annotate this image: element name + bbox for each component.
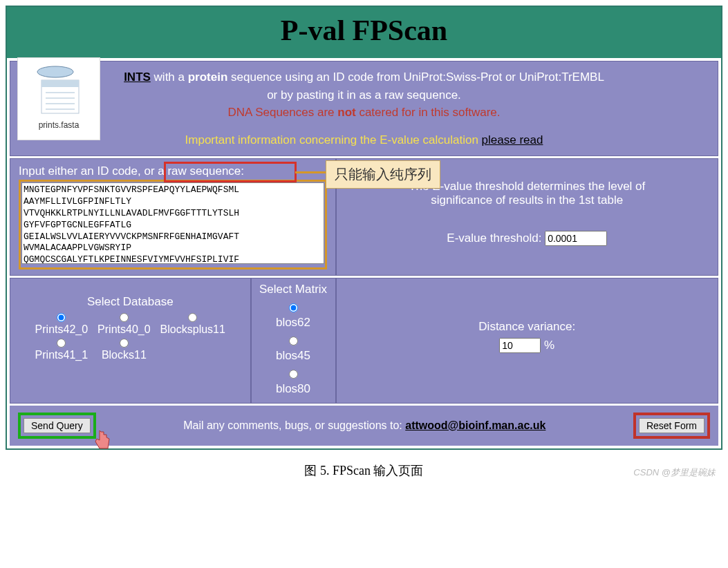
matrix-radio-blos80[interactable] bbox=[289, 370, 298, 379]
please-read-link[interactable]: please read bbox=[482, 133, 543, 146]
dna-warning: DNA Sequences are not catered for in thi… bbox=[20, 104, 708, 122]
page-title: P-val FPScan bbox=[7, 14, 721, 47]
notepad-file-overlay: prints.fasta bbox=[17, 57, 100, 140]
distance-label: Distance variance: bbox=[345, 320, 710, 334]
intro-line-2: or by pasting it in as a raw sequence. bbox=[20, 86, 708, 104]
header-bar: P-val FPScan bbox=[7, 7, 721, 58]
distance-input[interactable] bbox=[499, 338, 541, 353]
db-radio-prints41[interactable] bbox=[57, 339, 66, 348]
prints-link[interactable]: INTS bbox=[124, 70, 151, 84]
input-prompt: Input either an ID code, or a raw sequen… bbox=[19, 164, 327, 178]
db-label-0: Prints42_0 bbox=[35, 323, 88, 336]
distance-cell: Distance variance: % bbox=[336, 278, 719, 404]
db-radio-prints40[interactable] bbox=[120, 313, 129, 322]
footer-mail: Mail any comments, bugs, or suggestions … bbox=[96, 419, 633, 432]
db-label-2: Blocksplus11 bbox=[160, 323, 225, 336]
evalue-label: E-value threshold: bbox=[447, 231, 541, 245]
options-row: Select Database Prints42_0 Prints40_0 Bl… bbox=[10, 276, 718, 404]
sequence-input-cell: Input either an ID code, or a raw sequen… bbox=[10, 158, 336, 276]
intro-line-1: INTS with a protein sequence using an ID… bbox=[20, 68, 708, 86]
evalue-input[interactable] bbox=[545, 231, 607, 246]
callout-connector bbox=[295, 171, 326, 173]
notepad-icon bbox=[28, 62, 90, 117]
footer-bar: Send Query Mail any comments, bugs, or s… bbox=[10, 404, 718, 446]
matrix-label-1: blos45 bbox=[256, 349, 331, 363]
svg-rect-2 bbox=[41, 80, 79, 87]
matrix-cell: Select Matrix blos62 blos45 blos80 bbox=[251, 278, 336, 404]
figure-caption: 图 5. FPScan 输入页面 bbox=[0, 462, 728, 479]
evalue-desc-2: significance of results in the 1st table bbox=[345, 193, 710, 207]
send-query-button[interactable]: Send Query bbox=[24, 418, 91, 433]
database-cell: Select Database Prints42_0 Prints40_0 Bl… bbox=[10, 278, 251, 404]
matrix-title: Select Matrix bbox=[256, 283, 331, 296]
db-label-3: Prints41_1 bbox=[35, 349, 88, 361]
db-label-4: Blocks11 bbox=[102, 349, 147, 361]
app-frame: P-val FPScan prints.fasta INTS with a pr… bbox=[6, 6, 722, 450]
evalue-field: E-value threshold: bbox=[345, 231, 710, 246]
db-radio-blocksplus11[interactable] bbox=[188, 313, 197, 322]
main-panel: prints.fasta INTS with a protein sequenc… bbox=[10, 61, 718, 446]
mail-link[interactable]: attwood@bioinf.man.ac.uk bbox=[405, 419, 545, 431]
watermark-text: CSDN @梦里是碗妹 bbox=[633, 466, 716, 479]
svg-point-0 bbox=[37, 66, 73, 77]
cursor-hand-icon bbox=[93, 428, 115, 453]
matrix-label-2: blos80 bbox=[256, 382, 331, 396]
database-options: Prints42_0 Prints40_0 Blocksplus11 Print… bbox=[17, 313, 243, 361]
reset-highlight-frame: Reset Form bbox=[633, 413, 710, 439]
evalue-info-line: Important information concerning the E-v… bbox=[20, 131, 708, 149]
input-row: Input either an ID code, or a raw sequen… bbox=[10, 156, 718, 276]
intro-section: prints.fasta INTS with a protein sequenc… bbox=[10, 61, 718, 156]
sequence-textarea[interactable] bbox=[21, 182, 324, 264]
callout-label: 只能输入纯序列 bbox=[326, 160, 440, 189]
db-label-1: Prints40_0 bbox=[97, 323, 151, 336]
matrix-label-0: blos62 bbox=[256, 316, 331, 330]
reset-form-button[interactable]: Reset Form bbox=[639, 418, 704, 433]
database-title: Select Database bbox=[17, 295, 243, 309]
textarea-highlight-frame bbox=[19, 180, 327, 269]
send-highlight-frame: Send Query bbox=[18, 413, 96, 439]
db-radio-blocks11[interactable] bbox=[120, 339, 129, 348]
db-radio-prints42[interactable] bbox=[57, 313, 66, 322]
matrix-radio-blos45[interactable] bbox=[289, 337, 298, 345]
distance-unit: % bbox=[544, 339, 554, 352]
notepad-filename: prints.fasta bbox=[21, 119, 97, 131]
matrix-radio-blos62[interactable] bbox=[289, 303, 298, 312]
